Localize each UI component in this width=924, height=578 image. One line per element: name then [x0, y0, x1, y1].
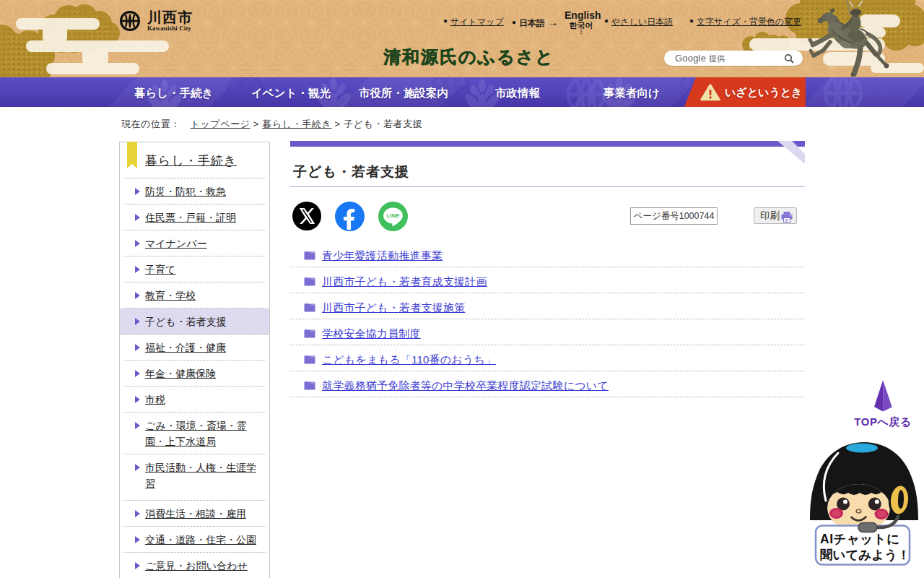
svg-text:AIチャットに: AIチャットに	[820, 532, 900, 546]
svg-text:LINE: LINE	[387, 212, 400, 219]
svg-text:聞いてみよう！: 聞いてみよう！	[820, 548, 910, 562]
